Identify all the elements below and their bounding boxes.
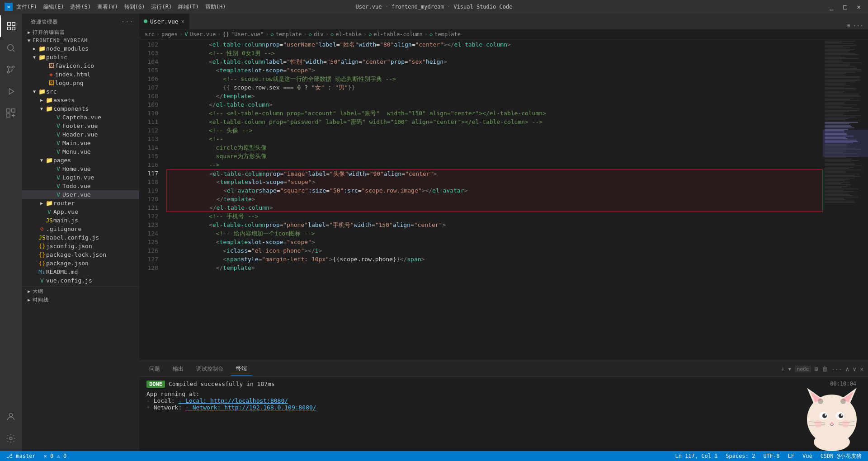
sidebar-item-readme[interactable]: M↓ README.md — [22, 268, 139, 276]
menu-select[interactable]: 选择(S) — [70, 3, 91, 11]
minimize-button[interactable]: ⎯ — [827, 2, 836, 11]
panel-down-icon[interactable]: ∨ — [853, 366, 856, 372]
title-bar-menu[interactable]: 文件(F) 编辑(E) 选择(S) 查看(V) 转到(G) 运行(R) 终端(T… — [16, 3, 226, 11]
network-link[interactable]: - Network: http://192.168.0.109:8080/ — [185, 404, 316, 411]
code-line-119: <el-avatar shape="square" :size="50" :sr… — [166, 186, 823, 195]
status-branch[interactable]: ⎇ master — [5, 453, 38, 459]
status-lang[interactable]: Vue — [801, 453, 814, 459]
bc-template2[interactable]: template — [434, 31, 461, 38]
sidebar-item-public[interactable]: ▼ 📁 public — [22, 53, 139, 61]
sidebar-item-vue-config[interactable]: V vue.config.js — [22, 276, 139, 285]
sidebar-item-node-modules[interactable]: ▶ 📁 node_modules — [22, 44, 139, 53]
bc-div[interactable]: div — [314, 31, 324, 38]
panel-more-icon[interactable]: ··· — [831, 366, 842, 372]
sidebar-item-todo[interactable]: V Todo.vue — [22, 182, 139, 190]
bc-src[interactable]: src — [145, 31, 155, 38]
line-numbers: 102 103 104 105 106 107 108 109 110 111 … — [139, 39, 162, 361]
maximize-button[interactable]: □ — [840, 2, 849, 11]
bc-template1[interactable]: template — [276, 31, 302, 38]
sidebar-item-package[interactable]: {} package.json — [22, 259, 139, 268]
sidebar-item-captcha[interactable]: V Captcha.vue — [22, 113, 139, 122]
tab-user-vue[interactable]: User.vue ✕ — [139, 14, 189, 29]
bc-user-vue[interactable]: User.vue — [190, 31, 216, 38]
sidebar-item-gitignore[interactable]: ⊘ .gitignore — [22, 225, 139, 233]
sidebar-item-jsconfig[interactable]: {} jsconfig.json — [22, 242, 139, 250]
menu-file[interactable]: 文件(F) — [16, 3, 37, 11]
status-errors[interactable]: ✕ 0 ⚠ 0 — [42, 453, 69, 459]
status-spaces[interactable]: Spaces: 2 — [724, 453, 757, 459]
split-editor-icon[interactable]: ⊞ — [847, 22, 850, 29]
sidebar-item-home[interactable]: V Home.vue — [22, 165, 139, 173]
menu-view[interactable]: 查看(V) — [97, 3, 118, 11]
panel-tab-output[interactable]: 输出 — [167, 362, 189, 376]
open-editors-section[interactable]: ▶ 打开的编辑器 — [22, 28, 139, 37]
more-actions-icon[interactable]: ··· — [853, 22, 863, 29]
code-editor[interactable]: <el-table-column prop="userName" label="… — [162, 39, 823, 361]
sidebar-item-main-js[interactable]: JS main.js — [22, 216, 139, 225]
window-controls[interactable]: ⎯ □ ✕ — [827, 2, 863, 11]
sidebar-item-router[interactable]: ▶ 📁 router — [22, 199, 139, 207]
sidebar-item-babel[interactable]: JS babel.config.js — [22, 233, 139, 242]
sidebar-item-src[interactable]: ▼ 📁 src — [22, 87, 139, 96]
editor-container[interactable]: 102 103 104 105 106 107 108 109 110 111 … — [139, 39, 823, 361]
sidebar-item-favicon[interactable]: 🖼 favicon.ico — [22, 61, 139, 70]
activity-settings[interactable] — [0, 428, 22, 449]
sidebar-item-header[interactable]: V Header.vue — [22, 130, 139, 139]
sidebar-header-icons[interactable]: ··· — [121, 18, 134, 25]
local-link[interactable]: - Local: http://localhost:8080/ — [178, 397, 288, 404]
status-line-end[interactable]: LF — [786, 453, 796, 459]
menu-run[interactable]: 运行(R) — [151, 3, 172, 11]
menu-edit[interactable]: 编辑(E) — [43, 3, 64, 11]
status-credit: CSDN @小花皮猪 — [819, 452, 863, 460]
tab-close-icon[interactable]: ✕ — [181, 18, 184, 24]
panel-trash-icon[interactable]: 🗑 — [822, 366, 828, 372]
activity-explorer[interactable] — [0, 15, 22, 37]
sidebar-item-index-html[interactable]: ◈ index.html — [22, 70, 139, 79]
sidebar-item-login[interactable]: V Login.vue — [22, 173, 139, 182]
panel-split-icon[interactable]: ⊞ — [815, 366, 818, 372]
panel-toolbar[interactable]: + ▼ node ⊞ 🗑 ··· ∧ ∨ ✕ — [781, 366, 863, 372]
panel-up-icon[interactable]: ∧ — [846, 366, 849, 372]
panel-tab-debug[interactable]: 调试控制台 — [191, 362, 229, 376]
bc-el-table[interactable]: el-table — [335, 31, 362, 38]
panel-content[interactable]: DONE Compiled successfully in 187ms 00:1… — [139, 377, 868, 451]
menu-terminal[interactable]: 终端(T) — [178, 3, 199, 11]
app-body: 资源管理器 ··· ▶ 打开的编辑器 ▼ FRONTEND_MYDREAM ▶ … — [0, 14, 868, 451]
status-ln-col[interactable]: Ln 117, Col 1 — [673, 453, 719, 459]
sidebar-item-components[interactable]: ▼ 📁 components — [22, 104, 139, 113]
activity-search[interactable] — [0, 37, 22, 59]
sidebar-item-app-vue[interactable]: V App.vue — [22, 207, 139, 216]
panel-tab-terminal[interactable]: 终端 — [231, 362, 252, 376]
activity-extensions[interactable] — [0, 102, 22, 124]
captcha-label: Captcha.vue — [62, 114, 139, 121]
project-root[interactable]: ▼ FRONTEND_MYDREAM — [22, 37, 139, 44]
activity-account[interactable] — [0, 406, 22, 428]
sidebar-item-footer[interactable]: V Footer.vue — [22, 122, 139, 130]
sidebar-item-logo[interactable]: 🖼 logo.png — [22, 79, 139, 87]
sidebar-item-assets[interactable]: ▶ 📁 assets — [22, 96, 139, 104]
panel-close-icon[interactable]: ✕ — [860, 366, 863, 372]
status-encoding[interactable]: UTF-8 — [761, 453, 781, 459]
close-button[interactable]: ✕ — [854, 2, 863, 11]
sidebar-item-user[interactable]: V User.vue — [22, 190, 139, 199]
svg-point-34 — [842, 420, 849, 428]
code-line-107: {{ scope.row.sex === 0 ? "女" : "男"}} — [166, 83, 823, 92]
menu-goto[interactable]: 转到(G) — [124, 3, 145, 11]
sidebar-item-menu[interactable]: V Menu.vue — [22, 147, 139, 156]
timeline-section[interactable]: ▶ 时间线 — [22, 296, 139, 304]
activity-git[interactable] — [0, 59, 22, 80]
sidebar-item-pages[interactable]: ▼ 📁 pages — [22, 156, 139, 165]
sidebar-more-icon[interactable]: ··· — [121, 18, 134, 25]
bc-el-table-column[interactable]: el-table-column — [373, 31, 422, 38]
outline-section[interactable]: ▶ 大纲 — [22, 287, 139, 296]
sidebar-item-package-lock[interactable]: {} package-lock.json — [22, 250, 139, 259]
activity-run-debug[interactable] — [0, 80, 22, 102]
bc-string-uservue[interactable]: "User.vue" — [231, 31, 264, 38]
bc-pages[interactable]: pages — [161, 31, 178, 38]
sidebar-item-main[interactable]: V Main.vue — [22, 139, 139, 147]
panel-plus-icon[interactable]: + — [781, 366, 785, 372]
menu-help[interactable]: 帮助(H) — [205, 3, 226, 11]
panel-dropdown-icon[interactable]: ▼ — [788, 367, 791, 372]
code-line-117: <el-table-column prop="image" label="头像"… — [166, 169, 823, 178]
panel-tab-problems[interactable]: 问题 — [144, 362, 165, 376]
